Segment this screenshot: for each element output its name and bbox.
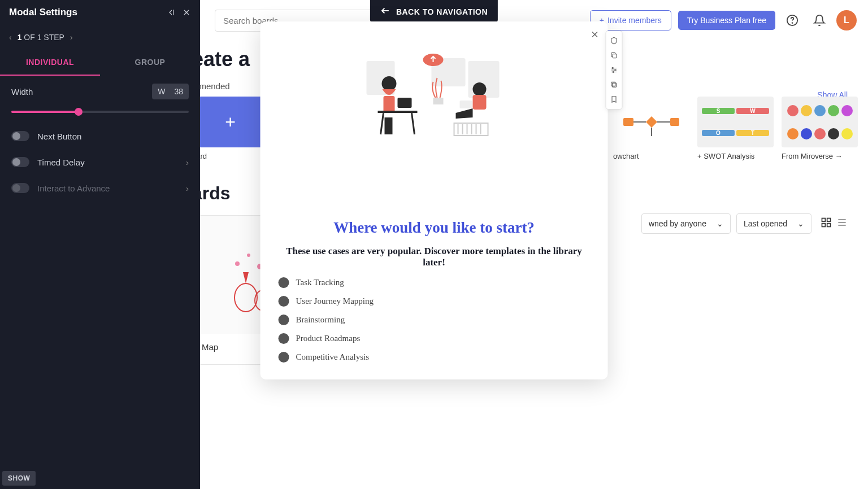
swot-card[interactable]: S W O T + SWOT Analysis: [697, 97, 774, 160]
radio-icon: [279, 333, 289, 344]
show-button[interactable]: SHOW: [2, 471, 36, 486]
modal-edit-toolbar: [606, 30, 623, 110]
owned-by-select[interactable]: wned by anyone ⌄: [641, 213, 731, 234]
radio-icon: [279, 277, 289, 288]
width-input[interactable]: W 38: [152, 84, 189, 99]
svg-rect-42: [377, 111, 417, 113]
svg-rect-40: [383, 96, 394, 113]
svg-rect-10: [827, 224, 831, 227]
board-filters: wned by anyone ⌄ Last opened ⌄: [641, 213, 848, 234]
back-to-navigation-button[interactable]: BACK TO NAVIGATION: [370, 0, 498, 23]
modal-option[interactable]: Competitive Analysis: [279, 352, 593, 363]
grid-view-icon[interactable]: [821, 217, 832, 230]
width-label: Width: [11, 87, 33, 97]
svg-rect-47: [472, 95, 486, 110]
help-icon[interactable]: [782, 10, 802, 30]
svg-point-16: [235, 261, 240, 266]
svg-rect-8: [827, 219, 831, 222]
chevron-down-icon: ⌄: [717, 219, 723, 228]
radio-icon: [279, 296, 289, 307]
step-next-icon[interactable]: ›: [70, 33, 73, 42]
plus-icon: +: [225, 112, 236, 133]
svg-rect-41: [397, 98, 411, 108]
svg-rect-25: [613, 54, 617, 58]
svg-line-44: [411, 113, 414, 134]
list-view-icon[interactable]: [836, 217, 848, 230]
new-board-card[interactable]: + oard: [192, 97, 268, 160]
svg-point-31: [613, 71, 614, 72]
shield-icon[interactable]: [606, 33, 622, 48]
svg-rect-9: [822, 224, 826, 227]
arrow-left-icon: [380, 6, 390, 18]
interact-advance-toggle: [11, 183, 29, 193]
sort-select[interactable]: Last opened ⌄: [736, 213, 811, 234]
miroverse-card[interactable]: From Miroverse →: [782, 97, 858, 160]
modal-option[interactable]: Task Tracking: [279, 277, 593, 288]
interact-advance-toggle-row: Interact to Advance ›: [0, 175, 200, 201]
layers-icon[interactable]: [606, 77, 622, 92]
svg-point-29: [612, 67, 613, 68]
onboarding-modal: Where would you like to start? These use…: [261, 21, 608, 379]
svg-rect-7: [822, 219, 826, 222]
svg-point-17: [247, 254, 250, 257]
bell-icon[interactable]: [809, 10, 830, 30]
sliders-icon[interactable]: [606, 63, 622, 77]
close-icon[interactable]: [182, 8, 191, 17]
width-setting: Width W 38: [0, 76, 200, 107]
sidebar-title: Modal Settings: [9, 7, 77, 18]
modal-title: Where would you like to start?: [275, 219, 593, 237]
svg-point-14: [235, 283, 257, 312]
modal-option[interactable]: User Journey Mapping: [279, 296, 593, 307]
svg-rect-38: [433, 98, 443, 104]
svg-rect-3: [670, 118, 679, 126]
timed-delay-toggle-row: Timed Delay ›: [0, 149, 200, 175]
chevron-right-icon[interactable]: ›: [186, 158, 189, 167]
svg-line-43: [380, 113, 383, 134]
flowchart-card[interactable]: owchart: [613, 97, 689, 160]
radio-icon: [279, 352, 289, 363]
avatar[interactable]: L: [836, 10, 857, 30]
step-prev-icon[interactable]: ‹: [9, 33, 12, 42]
copy-icon[interactable]: [606, 48, 622, 63]
settings-sidebar: Modal Settings ‹ 1 OF 1 STEP › INDIVIDUA…: [0, 0, 200, 489]
modal-option[interactable]: Brainstorming: [279, 315, 593, 325]
svg-rect-32: [613, 83, 617, 87]
svg-point-1: [792, 23, 793, 23]
svg-rect-48: [459, 101, 472, 108]
svg-point-39: [381, 76, 396, 91]
chevron-down-icon: ⌄: [797, 219, 804, 228]
modal-option[interactable]: Product Roadmaps: [279, 333, 593, 344]
collapse-icon[interactable]: [166, 8, 175, 17]
modal-illustration: [275, 33, 593, 168]
tab-individual[interactable]: INDIVIDUAL: [0, 50, 100, 76]
svg-rect-45: [384, 117, 392, 134]
radio-icon: [279, 315, 289, 325]
slider-thumb[interactable]: [75, 108, 83, 116]
svg-rect-2: [623, 118, 633, 126]
modal-subtitle: These use cases are very popular. Discov…: [275, 246, 593, 268]
width-slider[interactable]: [11, 111, 189, 113]
svg-point-46: [472, 82, 486, 96]
bookmark-icon[interactable]: [606, 92, 622, 107]
svg-rect-33: [611, 82, 615, 86]
sidebar-header: Modal Settings: [0, 0, 200, 25]
try-business-plan-button[interactable]: Try Business Plan free: [678, 11, 775, 30]
next-button-toggle-row: Next Button: [0, 123, 200, 149]
settings-tabs: INDIVIDUAL GROUP: [0, 50, 200, 76]
timed-delay-toggle[interactable]: [11, 157, 29, 167]
svg-point-30: [615, 69, 616, 71]
chevron-right-icon: ›: [186, 184, 189, 193]
modal-options: Task Tracking User Journey Mapping Brain…: [275, 277, 593, 363]
step-navigator: ‹ 1 OF 1 STEP ›: [0, 25, 200, 50]
modal-close-button[interactable]: [590, 28, 600, 43]
next-button-toggle[interactable]: [11, 131, 29, 141]
tab-group[interactable]: GROUP: [100, 50, 200, 76]
